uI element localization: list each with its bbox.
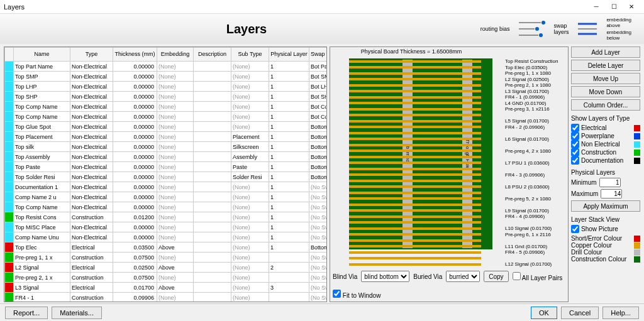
stack-label: Pre-preg 7, 1 x1080 <box>505 268 550 268</box>
cell-subtype: (None) <box>231 82 269 92</box>
all-layer-pairs-checkbox[interactable]: All Layer Pairs <box>513 272 563 281</box>
table-row[interactable]: Pre-preg 1, 1 x Construction 0.07500 (No… <box>5 253 328 263</box>
type-filter[interactable]: Documentation <box>571 156 640 165</box>
stack-bar <box>349 126 481 128</box>
type-filter[interactable]: Electrical <box>571 124 640 132</box>
stack-bar <box>349 192 481 194</box>
maximize-icon[interactable]: ☐ <box>605 1 623 13</box>
table-row[interactable]: Top Elec Electrical 0.03500 Above (None)… <box>5 242 328 253</box>
table-row[interactable]: Top SMP Non-Electrical 0.00000 (None) (N… <box>5 72 328 82</box>
show-picture-checkbox[interactable]: Show Picture <box>571 225 640 233</box>
cell-type: Construction <box>70 293 113 303</box>
type-filter[interactable]: Non Electrical <box>571 140 640 148</box>
cell-physical-layer <box>269 253 309 263</box>
cell-subtype: (None) <box>231 293 269 303</box>
col-header[interactable]: Name <box>14 48 70 62</box>
table-row[interactable]: Top Comp Name Non-Electrical 0.00000 (No… <box>5 202 328 212</box>
close-icon[interactable]: ✕ <box>623 1 640 13</box>
type-filter[interactable]: Construction <box>571 148 640 156</box>
minimize-icon[interactable]: ─ <box>587 1 605 13</box>
table-row[interactable]: Top Paste Non-Electrical 0.00000 (None) … <box>5 162 328 172</box>
cell-name: Pre-preg 1, 1 x <box>14 253 70 263</box>
buried-via-select[interactable]: burried <box>446 271 480 282</box>
type-swatch <box>634 150 640 156</box>
cell-type: Construction <box>70 212 113 222</box>
column-order-button[interactable]: Column Order... <box>571 99 640 111</box>
table-row[interactable]: Top Glue Spot Non-Electrical 0.00000 (No… <box>5 122 328 132</box>
materials-button[interactable]: Materials... <box>52 307 102 319</box>
type-filter[interactable]: Powerplane <box>571 132 640 140</box>
table-row[interactable]: Comp Name Unu Non-Electrical 0.00000 (No… <box>5 232 328 242</box>
cell-swap: Bottom P <box>309 162 328 172</box>
color-setting[interactable]: Drill Colour <box>571 249 640 256</box>
col-header[interactable]: Description <box>194 48 231 62</box>
cell-type: Non-Electrical <box>70 92 113 102</box>
col-header[interactable]: Thickness (mm) <box>113 48 157 62</box>
cell-physical-layer: 2 <box>269 263 309 273</box>
stack-bar <box>349 185 481 188</box>
stack-bar <box>349 132 481 134</box>
move-up-button[interactable]: Move Up <box>571 73 640 84</box>
table-row[interactable]: Top Assembly Non-Electrical 0.00000 (Non… <box>5 152 328 162</box>
table-row[interactable]: Top Solder Resi Non-Electrical 0.00000 (… <box>5 172 328 182</box>
cell-name: Comp Name 2 u <box>14 192 70 202</box>
stack-bar <box>349 173 481 176</box>
stack-bar <box>349 90 481 92</box>
table-row[interactable]: Documentation 1 Non-Electrical 0.00000 (… <box>5 182 328 192</box>
table-row[interactable]: Top silk Non-Electrical 0.00000 (None) S… <box>5 142 328 152</box>
color-setting[interactable]: Construction Colour <box>571 256 640 263</box>
cell-subtype: Paste <box>231 162 269 172</box>
report-button[interactable]: Report... <box>5 307 48 319</box>
cell-physical-layer: 1 <box>269 202 309 212</box>
table-row[interactable]: Comp Name 2 u Non-Electrical 0.00000 (No… <box>5 192 328 202</box>
col-header[interactable]: Embedding <box>157 48 194 62</box>
fit-to-window-checkbox[interactable]: Fit to Window <box>333 290 380 299</box>
table-row[interactable]: Top LHP Non-Electrical 0.00000 (None) (N… <box>5 82 328 92</box>
table-row[interactable]: Pre-preg 2, 1 x Construction 0.07500 (No… <box>5 273 328 283</box>
cancel-button[interactable]: Cancel <box>561 307 599 319</box>
stack-label: L8 PSU 2 (0.03600) <box>505 184 550 190</box>
stack-label: Pre-preg 3, 1 x2116 <box>505 106 550 112</box>
col-header[interactable]: Sub Type <box>231 48 269 62</box>
cell-physical-layer: 1 <box>269 172 309 182</box>
table-row[interactable]: L2 Signal Electrical 0.02500 Above (None… <box>5 263 328 273</box>
col-header[interactable]: Physical Layer <box>269 48 309 62</box>
table-row[interactable]: Top SHP Non-Electrical 0.00000 (None) (N… <box>5 92 328 102</box>
cell-embedding: (None) <box>157 122 194 132</box>
color-setting[interactable]: Short/Error Colour <box>571 235 640 242</box>
delete-layer-button[interactable]: Delete Layer <box>571 60 640 71</box>
color-swatch <box>634 249 640 256</box>
apply-maximum-button[interactable]: Apply Maximum <box>571 200 640 212</box>
cell-physical-layer: 1 <box>269 122 309 132</box>
swap-layers-icon <box>575 18 600 40</box>
blind-via-select[interactable]: blind bottom <box>361 271 409 282</box>
layers-table[interactable]: NameTypeThickness (mm)EmbeddingDescripti… <box>4 46 327 302</box>
layer-color-swatch <box>5 253 13 262</box>
table-row[interactable]: Top Part Name Non-Electrical 0.00000 (No… <box>5 62 328 72</box>
add-layer-button[interactable]: Add Layer <box>571 46 640 58</box>
minimum-input[interactable] <box>599 178 621 187</box>
table-row[interactable]: L3 Signal Electrical 0.01700 Above (None… <box>5 283 328 293</box>
color-setting[interactable]: Copper Colour <box>571 242 640 249</box>
table-row[interactable]: Top Placement Non-Electrical 0.00000 (No… <box>5 132 328 142</box>
col-header[interactable] <box>5 48 14 62</box>
cell-name: Top Comp Name <box>14 202 70 212</box>
table-row[interactable]: Top Comp Name Non-Electrical 0.00000 (No… <box>5 102 328 112</box>
copy-button[interactable]: Copy <box>484 271 508 282</box>
col-header[interactable]: Type <box>70 48 113 62</box>
table-row[interactable]: Top MISC Place Non-Electrical 0.00000 (N… <box>5 222 328 232</box>
maximum-input[interactable] <box>601 189 622 199</box>
layer-color-swatch <box>5 112 13 121</box>
stack-label: Top Elec (0.03500) <box>505 65 547 70</box>
cell-embedding: Above <box>157 283 194 293</box>
cell-thickness: 0.07500 <box>113 253 157 263</box>
table-row[interactable]: FR4 - 1 Construction 0.09906 (None) (Non… <box>5 293 328 303</box>
cell-type: Non-Electrical <box>70 112 113 122</box>
cell-thickness: 0.00000 <box>113 82 157 92</box>
help-button[interactable]: Help... <box>602 307 639 319</box>
ok-button[interactable]: OK <box>531 307 557 319</box>
move-down-button[interactable]: Move Down <box>571 86 640 97</box>
table-row[interactable]: Top Comp Name Non-Electrical 0.00000 (No… <box>5 112 328 122</box>
col-header[interactable]: Swap Layer <box>309 48 328 62</box>
table-row[interactable]: Top Resist Cons Construction 0.01200 (No… <box>5 212 328 222</box>
